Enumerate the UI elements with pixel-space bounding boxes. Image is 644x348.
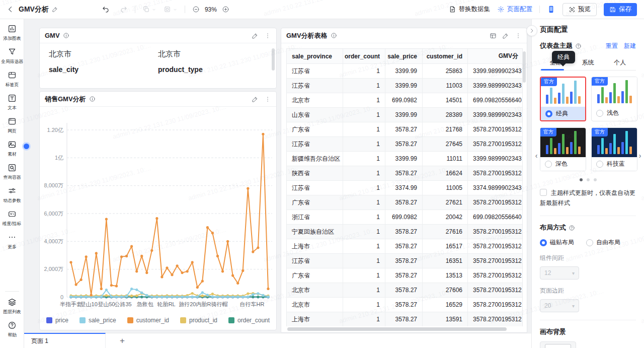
legend-item-product_id[interactable]: product_id (180, 317, 217, 324)
theme-tab-系统[interactable]: 系统 (572, 55, 604, 70)
edit-chart-icon[interactable] (502, 32, 509, 39)
preview-button[interactable]: 预览 (562, 3, 597, 16)
layout-option-free[interactable]: 自由布局 (586, 238, 620, 247)
metric: 北京市 product_type (158, 49, 267, 74)
legend-item-sale_price[interactable]: sale_price (79, 317, 116, 324)
sidebar-item-image[interactable]: 素材 (0, 140, 25, 158)
active-tab-indicator (541, 69, 564, 71)
page-tab[interactable]: 页面 1 (24, 333, 106, 348)
layout-option-tile[interactable]: 磁贴布局 (540, 238, 574, 247)
page-config-button[interactable]: 页面配置 (497, 5, 532, 14)
replace-dataset-button[interactable]: 替换数据集 (449, 5, 491, 14)
table-cell: 1 (343, 210, 385, 224)
table-cell: 16351 (423, 254, 468, 268)
sidebar-item-help[interactable]: 帮助 (2, 321, 22, 338)
carousel-prev-icon[interactable]: ‹ (532, 150, 540, 161)
legend-item-customer_id[interactable]: customer_id (127, 317, 169, 324)
sidebar-item-sliders[interactable]: 动态参数 (0, 186, 25, 204)
sidebar-item-text[interactable]: 文本 (0, 94, 25, 111)
theme-label-row: 浅色 (592, 106, 637, 120)
scrollbar[interactable] (272, 48, 275, 71)
table-cell: 宁夏回族自治区 (287, 225, 343, 239)
sidebar-item-tab[interactable]: 标签页 (0, 71, 25, 88)
carousel-next-icon[interactable]: › (636, 150, 644, 161)
auto-update-checkbox[interactable] (540, 189, 547, 196)
edit-chart-icon[interactable] (252, 96, 259, 103)
theme-radio[interactable] (545, 161, 552, 168)
undo-icon[interactable] (102, 6, 110, 14)
collapse-panel-button[interactable] (526, 25, 537, 36)
sidebar-item-bar-chart[interactable]: 添加图表 (0, 24, 25, 42)
horizontal-scrollbar[interactable] (287, 327, 507, 331)
official-badge: 官方 (592, 77, 608, 86)
frame-icon[interactable] (164, 6, 171, 13)
theme-radio[interactable] (596, 110, 603, 117)
theme-card-深色[interactable]: 官方 深色 (540, 127, 586, 171)
group-icon[interactable] (142, 6, 150, 13)
carousel-dot[interactable] (587, 178, 590, 181)
back-icon[interactable] (6, 5, 15, 14)
theme-section: 仪表盘主题 重置 新建 经典 全部系统个人 ‹ › 官方 经典 官方 浅色 (540, 41, 636, 208)
zoom-in-icon[interactable] (222, 6, 229, 13)
gmv-table-card[interactable]: GMV分析表格 sale_provinceorder_countsale_pri… (281, 28, 527, 333)
metric-value: 北京市 (49, 49, 158, 59)
dashboard-title: GMV分析 (19, 5, 49, 14)
sidebar-item-label: 全局筛选器 (1, 58, 23, 64)
table-cell: 699.09820556640 (468, 210, 523, 224)
sidebar-item-more[interactable]: 更多 (0, 233, 25, 250)
page-margin-label: 页面边距 (540, 287, 636, 295)
gmv-metric-card[interactable]: GMV 北京市 sale_city北京市 product_type (39, 28, 277, 89)
theme-card-科技蓝[interactable]: 官方 科技蓝 (591, 127, 637, 171)
image-icon (8, 140, 17, 149)
page-margin-select[interactable]: 20▾ (540, 299, 579, 312)
table-cell: 1 (343, 93, 385, 107)
add-page-button[interactable]: + (120, 336, 125, 345)
chevron-down-icon[interactable] (173, 7, 178, 12)
create-theme-link[interactable]: 新建 (624, 42, 636, 50)
more-options-icon[interactable] (264, 32, 271, 39)
table-cell: 3578.27 (385, 239, 423, 253)
sidebar-item-funnel[interactable]: 全局筛选器 (0, 47, 25, 65)
rename-icon[interactable] (52, 6, 58, 13)
sidebar-item-dimension[interactable]: 维度/指标 (0, 210, 25, 227)
scrollbar[interactable] (523, 51, 526, 83)
table-cell: 699.0982 (385, 210, 423, 224)
theme-tab-个人[interactable]: 个人 (604, 55, 636, 70)
theme-radio[interactable] (596, 161, 603, 168)
redo-icon[interactable] (120, 6, 128, 14)
carousel-dot[interactable] (594, 178, 597, 181)
chevron-down-icon[interactable] (151, 7, 156, 12)
canvas-background-swatch[interactable] (540, 341, 576, 348)
zoom-out-icon[interactable] (192, 6, 200, 13)
table-cell: 1 (343, 108, 385, 122)
sidebar-item-layers[interactable]: 图层列表 (2, 298, 22, 315)
theme-card-经典[interactable]: 官方 经典 (540, 77, 586, 121)
table-row: 广东省13578.27217683578.2700195312 (287, 122, 522, 137)
component-gap-select[interactable]: 12▾ (540, 266, 579, 280)
table-cell: 1 (343, 137, 385, 151)
save-button[interactable]: 保存 (604, 3, 637, 16)
card-title: GMV (45, 32, 60, 39)
sidebar-item-web[interactable]: 网页 (0, 117, 25, 134)
table-enlarge-icon[interactable] (490, 32, 497, 39)
legend-item-price[interactable]: price (46, 317, 68, 324)
sidebar-item-label: 动态参数 (3, 197, 21, 203)
table-cell: 3399.9899902343 (468, 64, 523, 78)
legend-item-order_count[interactable]: order_count (228, 317, 270, 324)
carousel-dot[interactable] (580, 178, 583, 181)
mobile-preview-icon[interactable] (547, 5, 555, 14)
page-config-panel: 页面配置 仪表盘主题 重置 新建 经典 全部系统个人 ‹ › 官方 经典 官方 (531, 19, 644, 348)
more-options-icon[interactable] (264, 96, 271, 103)
theme-card-浅色[interactable]: 官方 浅色 (591, 77, 637, 121)
table-row: 北京市1699.098214501699.09820556640 (287, 93, 522, 108)
edit-chart-icon[interactable] (252, 32, 259, 39)
table-cell: 3374.99 (385, 181, 423, 195)
svg-text:1.20亿: 1.20亿 (47, 127, 63, 133)
theme-radio[interactable] (545, 110, 552, 117)
gmv-trend-chart-card[interactable]: 销售GMV分析 1.20亿1亿8,000万6,000万4,000万2,000万0… (39, 91, 277, 330)
card-header: 销售GMV分析 (40, 92, 276, 107)
sidebar-item-search-box[interactable]: 查询容器 (0, 163, 25, 181)
table-cell: 广东省 (287, 195, 343, 210)
more-options-icon[interactable] (515, 32, 522, 39)
reset-theme-link[interactable]: 重置 (606, 42, 618, 50)
